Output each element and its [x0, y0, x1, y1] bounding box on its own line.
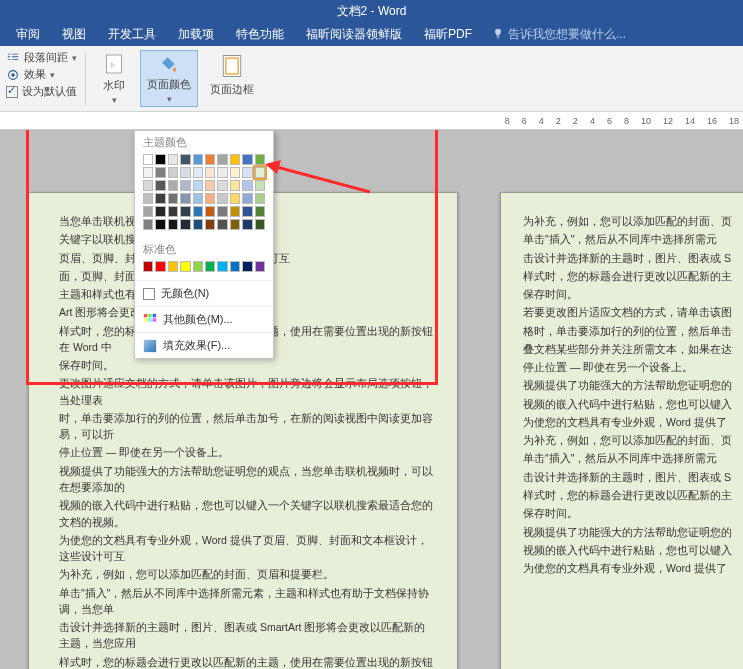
color-swatch[interactable]: [217, 154, 227, 165]
color-swatch[interactable]: [155, 154, 165, 165]
color-swatch[interactable]: [143, 180, 153, 191]
menu-devtools[interactable]: 开发工具: [98, 23, 166, 46]
color-swatch[interactable]: [217, 193, 227, 204]
color-swatch[interactable]: [217, 206, 227, 217]
fill-effects-option[interactable]: 填充效果(F)...: [135, 332, 273, 358]
watermark-icon: A: [100, 52, 128, 76]
color-swatch[interactable]: [217, 180, 227, 191]
color-swatch[interactable]: [168, 219, 178, 230]
color-swatch[interactable]: [255, 154, 265, 165]
color-swatch[interactable]: [155, 193, 165, 204]
color-swatch[interactable]: [155, 261, 165, 272]
color-swatch[interactable]: [242, 219, 252, 230]
dropdown-icon[interactable]: ▾: [167, 94, 172, 104]
color-swatch[interactable]: [143, 154, 153, 165]
paragraph-spacing-label[interactable]: 段落间距: [24, 50, 68, 65]
menu-review[interactable]: 审阅: [6, 23, 50, 46]
dropdown-icon[interactable]: ▾: [112, 95, 117, 105]
color-swatch[interactable]: [230, 180, 240, 191]
set-default-checkbox[interactable]: [6, 86, 18, 98]
menu-special[interactable]: 特色功能: [226, 23, 294, 46]
color-swatch[interactable]: [255, 206, 265, 217]
dropdown-icon[interactable]: ▾: [50, 70, 55, 80]
effects-icon: [6, 68, 20, 82]
color-swatch[interactable]: [180, 180, 190, 191]
color-swatch[interactable]: [255, 193, 265, 204]
color-swatch[interactable]: [230, 206, 240, 217]
color-swatch[interactable]: [180, 206, 190, 217]
color-swatch[interactable]: [217, 219, 227, 230]
color-swatch[interactable]: [193, 180, 203, 191]
color-swatch[interactable]: [205, 193, 215, 204]
color-swatch[interactable]: [168, 206, 178, 217]
color-swatch[interactable]: [180, 261, 190, 272]
color-swatch[interactable]: [255, 219, 265, 230]
color-swatch[interactable]: [230, 219, 240, 230]
color-swatch[interactable]: [230, 261, 240, 272]
color-swatch[interactable]: [180, 167, 190, 178]
color-swatch[interactable]: [242, 193, 252, 204]
color-swatch[interactable]: [217, 167, 227, 178]
menu-addins[interactable]: 加载项: [168, 23, 224, 46]
watermark-button[interactable]: A 水印 ▾: [94, 50, 134, 107]
color-swatch[interactable]: [205, 167, 215, 178]
document-workspace[interactable]: 当您单击联机视频时，可以在想要添加的关键字以联机搜索最适合您的文档的视频页眉、页…: [0, 130, 743, 669]
color-swatch[interactable]: [143, 261, 153, 272]
menu-view[interactable]: 视图: [52, 23, 96, 46]
color-swatch[interactable]: [255, 167, 265, 178]
color-swatch[interactable]: [217, 261, 227, 272]
color-swatch[interactable]: [155, 206, 165, 217]
color-swatch[interactable]: [242, 206, 252, 217]
document-page-right[interactable]: 为补充，例如，您可以添加匹配的封面、页单击"插入"，然后从不同库中选择所需元击设…: [500, 192, 743, 669]
color-swatch[interactable]: [230, 154, 240, 165]
color-swatch[interactable]: [168, 167, 178, 178]
color-swatch[interactable]: [180, 219, 190, 230]
page-color-button[interactable]: 页面颜色 ▾: [140, 50, 198, 107]
menu-foxit-pdf[interactable]: 福昕PDF: [414, 23, 482, 46]
color-swatch[interactable]: [155, 219, 165, 230]
color-swatch[interactable]: [155, 167, 165, 178]
menu-bar: 审阅 视图 开发工具 加载项 特色功能 福昕阅读器领鲜版 福昕PDF 告诉我您想…: [0, 22, 743, 46]
color-swatch[interactable]: [143, 167, 153, 178]
color-swatch[interactable]: [242, 261, 252, 272]
color-swatch[interactable]: [143, 206, 153, 217]
effects-label[interactable]: 效果: [24, 67, 46, 82]
tell-me-search[interactable]: 告诉我您想要做什么...: [492, 26, 626, 43]
color-swatch[interactable]: [168, 193, 178, 204]
color-swatch[interactable]: [242, 154, 252, 165]
horizontal-ruler[interactable]: 864224681012141618: [0, 112, 743, 130]
color-swatch[interactable]: [205, 219, 215, 230]
window-title: 文档2 - Word: [337, 3, 407, 20]
color-swatch[interactable]: [155, 180, 165, 191]
color-swatch[interactable]: [230, 167, 240, 178]
color-swatch[interactable]: [255, 261, 265, 272]
color-swatch[interactable]: [255, 180, 265, 191]
color-swatch[interactable]: [143, 219, 153, 230]
color-swatch[interactable]: [193, 154, 203, 165]
color-swatch[interactable]: [205, 180, 215, 191]
color-swatch[interactable]: [193, 206, 203, 217]
color-swatch[interactable]: [193, 193, 203, 204]
no-color-option[interactable]: 无颜色(N): [135, 280, 273, 306]
color-swatch[interactable]: [193, 167, 203, 178]
color-swatch[interactable]: [205, 261, 215, 272]
color-swatch[interactable]: [230, 193, 240, 204]
color-swatch[interactable]: [168, 154, 178, 165]
color-swatch[interactable]: [205, 206, 215, 217]
color-swatch[interactable]: [205, 154, 215, 165]
color-swatch[interactable]: [168, 261, 178, 272]
color-swatch[interactable]: [242, 180, 252, 191]
color-swatch[interactable]: [180, 154, 190, 165]
dropdown-icon[interactable]: ▾: [72, 53, 77, 63]
svg-rect-8: [153, 313, 157, 317]
color-swatch[interactable]: [168, 180, 178, 191]
page-border-button[interactable]: 页面边框: [204, 50, 260, 107]
color-swatch[interactable]: [193, 261, 203, 272]
set-default-label[interactable]: 设为默认值: [22, 84, 77, 99]
more-colors-option[interactable]: 其他颜色(M)...: [135, 306, 273, 332]
color-swatch[interactable]: [193, 219, 203, 230]
color-swatch[interactable]: [143, 193, 153, 204]
menu-foxit-reader[interactable]: 福昕阅读器领鲜版: [296, 23, 412, 46]
color-swatch[interactable]: [242, 167, 252, 178]
color-swatch[interactable]: [180, 193, 190, 204]
